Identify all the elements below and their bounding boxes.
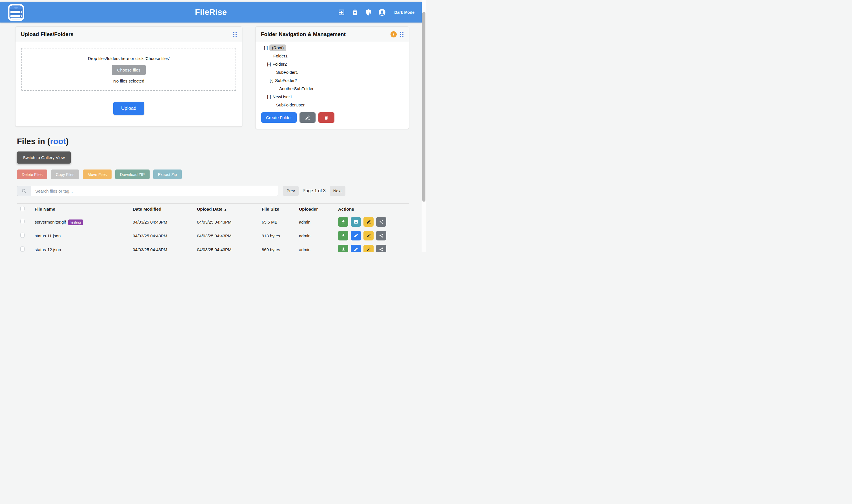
files-heading: Files in (root) [17,137,69,146]
tree-item-folder1[interactable]: Folder1 [256,52,409,60]
rename-file-button[interactable] [363,231,373,240]
upload-date-cell: 04/03/25 04:43PM [197,247,231,252]
choose-files-button[interactable]: Choose files [112,65,146,75]
download-file-button[interactable] [338,231,348,240]
folder-label[interactable]: NewUser1 [273,94,292,99]
file-size-cell: 869 bytes [262,247,280,252]
tree-item-anothersubfolder[interactable]: AnotherSubFolder [256,85,409,93]
upload-card-title: Upload Files/Folders [21,31,73,37]
download-file-button[interactable] [338,245,348,252]
upload-card: Upload Files/Folders Drop files/folders … [15,26,242,127]
folder-label[interactable]: (Root) [269,44,286,51]
scrollbar-thumb[interactable] [422,12,425,202]
page-indicator: Page 1 of 3 [302,188,326,194]
delete-folder-button[interactable] [318,112,334,123]
move-files-button[interactable]: Move Files [83,169,111,179]
folder-label[interactable]: SubFolderUser [276,103,305,107]
file-table: File Name Date Modified Upload Date▲ Fil… [17,203,409,252]
rename-pen-icon [366,219,371,224]
file-size-cell: 65.5 MB [262,219,278,224]
restore-trash-icon[interactable] [351,9,359,16]
folder-label[interactable]: SubFolder1 [276,70,298,75]
account-circle-icon[interactable] [378,9,386,16]
rename-folder-button[interactable] [299,112,316,123]
share-file-button[interactable] [376,245,386,252]
file-dropzone[interactable]: Drop files/folders here or click 'Choose… [21,48,236,91]
table-row: status-12.json 04/03/25 04:43PM 04/03/25… [17,242,409,252]
row-checkbox[interactable] [20,246,24,251]
file-size-cell: 913 bytes [262,233,280,238]
bulk-actions-row: Delete Files Copy Files Move Files Downl… [17,169,182,179]
folder-label[interactable]: AnotherSubFolder [279,86,314,91]
download-file-button[interactable] [338,217,348,227]
drag-handle-icon[interactable] [233,32,237,37]
collapse-toggle[interactable]: [-] [264,45,268,50]
info-icon[interactable]: i [390,31,397,37]
tree-item-subfolder2[interactable]: [-] SubFolder2 [256,76,409,85]
col-header-file-size[interactable]: File Size [262,207,279,212]
upload-button[interactable]: Upload [113,102,144,115]
tree-item-folder2[interactable]: [-] Folder2 [256,60,409,68]
next-page-button[interactable]: Next [330,186,345,196]
date-modified-cell: 04/03/25 04:43PM [133,233,167,238]
root-folder-link[interactable]: root [50,137,66,146]
tree-item-root[interactable]: [-] (Root) [256,44,409,52]
file-tag-badge: testing [68,219,83,225]
folder-label[interactable]: Folder1 [273,54,288,58]
select-all-checkbox[interactable] [20,206,24,211]
tree-item-subfolder1[interactable]: SubFolder1 [256,68,409,76]
share-icon [379,233,383,238]
files-heading-suffix: ) [66,137,69,146]
dark-mode-toggle[interactable]: Dark Mode [394,10,415,15]
create-folder-button[interactable]: Create Folder [261,112,297,123]
pencil-icon [353,247,359,252]
upload-date-cell: 04/03/25 04:43PM [197,233,231,238]
share-file-button[interactable] [376,217,386,227]
switch-gallery-view-button[interactable]: Switch to Gallery View [17,151,71,164]
col-header-upload-date[interactable]: Upload Date▲ [197,207,227,212]
preview-image-button[interactable] [351,217,361,227]
pencil-icon [353,233,359,238]
tree-item-newuser1[interactable]: [-] NewUser1 [256,93,409,101]
table-row: status-11.json 04/03/25 04:43PM 04/03/25… [17,229,409,242]
collapse-toggle[interactable]: [-] [267,94,271,99]
col-header-date-modified[interactable]: Date Modified [133,207,161,212]
share-file-button[interactable] [376,231,386,240]
copy-files-button[interactable]: Copy Files [51,169,79,179]
collapse-toggle[interactable]: [-] [269,78,273,83]
sort-ascending-icon: ▲ [224,208,227,211]
uploader-cell: admin [299,233,311,238]
rename-file-button[interactable] [363,217,373,227]
row-checkbox[interactable] [20,219,24,224]
col-header-uploader[interactable]: Uploader [299,207,318,212]
uploader-cell: admin [299,219,311,224]
search-icon-segment [17,186,31,196]
image-icon [353,219,359,224]
col-header-file-name[interactable]: File Name [35,207,55,212]
folder-card-header: Folder Navigation & Management i [256,27,409,42]
edit-file-button[interactable] [351,245,361,252]
folder-tree: [-] (Root) Folder1 [-] Folder2 SubFolder… [256,44,409,109]
download-icon [341,247,346,252]
extract-zip-button[interactable]: Extract Zip [153,169,182,179]
rename-file-button[interactable] [363,245,373,252]
trash-icon [324,115,329,120]
folder-label[interactable]: SubFolder2 [275,78,297,83]
download-zip-button[interactable]: Download ZIP [115,169,150,179]
row-checkbox[interactable] [20,233,24,238]
download-icon [341,219,346,224]
header-actions: Dark Mode [338,2,415,22]
tree-item-subfolderuser[interactable]: SubFolderUser [256,101,409,109]
dropzone-hint: Drop files/folders here or click 'Choose… [22,56,236,61]
scrollbar-track[interactable] [422,0,426,252]
delete-files-button[interactable]: Delete Files [17,169,47,179]
folder-label[interactable]: Folder2 [273,62,287,67]
search-input[interactable] [31,186,278,196]
logout-exit-icon[interactable] [338,9,345,16]
drag-handle-icon[interactable] [400,32,403,37]
collapse-toggle[interactable]: [-] [267,62,271,67]
prev-page-button[interactable]: Prev [283,186,299,196]
edit-file-button[interactable] [351,231,361,240]
date-modified-cell: 04/03/25 04:43PM [133,219,167,224]
admin-shield-icon[interactable] [365,9,372,16]
